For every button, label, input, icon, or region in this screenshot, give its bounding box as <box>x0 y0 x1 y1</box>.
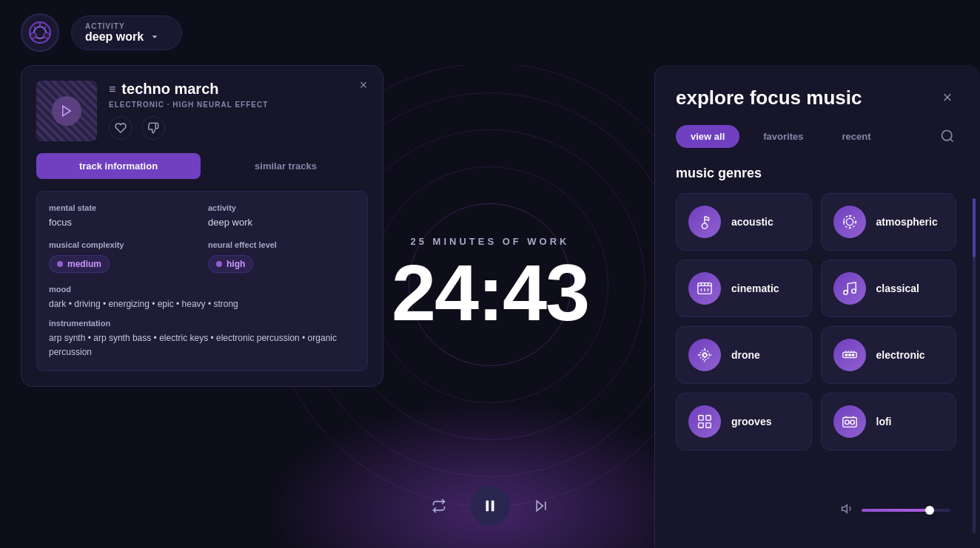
neural-effect-label: neural effect level <box>208 240 355 249</box>
instrumentation-label: instrumentation <box>49 319 355 328</box>
cinematic-icon <box>697 280 713 297</box>
musical-complexity-badge: medium <box>49 255 110 273</box>
svg-rect-27 <box>706 416 711 420</box>
genre-item-cinematic[interactable]: cinematic <box>676 260 812 317</box>
atmospheric-label: atmospheric <box>876 216 938 228</box>
like-button[interactable] <box>109 116 132 140</box>
neural-effect-value: high <box>226 259 245 269</box>
svg-rect-28 <box>699 423 703 427</box>
track-actions <box>109 116 368 140</box>
filter-tab-recent[interactable]: recent <box>827 125 885 148</box>
svg-rect-26 <box>699 416 703 420</box>
classical-label: classical <box>876 283 919 294</box>
skip-next-button[interactable] <box>528 493 554 519</box>
genre-item-classical[interactable]: classical <box>821 260 957 317</box>
svg-rect-4 <box>486 501 489 512</box>
header: ACTIVITY deep work <box>0 0 980 65</box>
genre-item-grooves[interactable]: grooves <box>676 393 812 450</box>
classical-icon <box>842 280 858 297</box>
mental-state-item: mental state focus <box>49 203 196 229</box>
bg-glow <box>268 400 712 548</box>
electronic-label: electronic <box>876 349 925 361</box>
musical-complexity-value: medium <box>67 259 101 269</box>
search-icon <box>940 129 955 143</box>
track-title-row: ≡ techno march <box>109 81 368 98</box>
track-header: ≡ techno march ELECTRONIC · HIGH NEURAL … <box>36 81 368 141</box>
complexity-dot <box>57 261 63 267</box>
genre-item-lofi[interactable]: lofi <box>821 393 957 450</box>
explore-panel: explore focus music × view all favorites… <box>654 65 980 548</box>
mood-section: mood dark • driving • energizing • epic … <box>49 285 355 310</box>
pause-button[interactable] <box>470 486 510 526</box>
svg-rect-5 <box>491 501 494 512</box>
mood-value: dark • driving • energizing • epic • hea… <box>49 299 238 309</box>
lofi-icon-wrap <box>833 405 866 438</box>
volume-section <box>841 502 950 518</box>
acoustic-label: acoustic <box>731 216 773 228</box>
svg-point-13 <box>846 218 853 225</box>
tab-track-information[interactable]: track information <box>36 153 201 179</box>
electronic-icon <box>842 347 858 363</box>
explore-title: explore focus music <box>676 87 862 109</box>
track-artwork <box>36 81 97 141</box>
filter-tab-view-all[interactable]: view all <box>676 125 739 148</box>
svg-point-25 <box>852 354 854 356</box>
lofi-icon <box>842 413 858 430</box>
info-grid: mental state focus activity deep work <box>49 203 355 229</box>
svg-point-23 <box>845 354 848 356</box>
drone-icon-wrap <box>688 339 721 371</box>
activity-item: activity deep work <box>208 203 355 229</box>
activity-dropdown[interactable]: ACTIVITY deep work <box>71 16 182 50</box>
chevron-down-icon <box>150 32 160 42</box>
close-explore-button[interactable]: × <box>936 86 959 109</box>
tab-similar-tracks[interactable]: similar tracks <box>204 153 368 179</box>
genre-item-atmospheric[interactable]: atmospheric <box>821 193 957 251</box>
svg-line-11 <box>950 139 953 142</box>
close-card-button[interactable]: × <box>355 76 372 94</box>
dislike-button[interactable] <box>141 116 165 140</box>
track-art-inner <box>36 81 97 141</box>
explore-header: explore focus music × <box>676 86 959 109</box>
electronic-icon-wrap <box>833 339 866 371</box>
svg-point-17 <box>851 289 856 294</box>
filter-tabs: view all favorites recent <box>676 124 959 148</box>
session-label: 25 MINUTES OF WORK <box>392 236 588 247</box>
svg-point-3 <box>44 33 50 38</box>
svg-point-2 <box>30 33 36 38</box>
svg-point-12 <box>702 223 707 229</box>
classical-icon-wrap <box>833 272 866 305</box>
mental-state-value: focus <box>49 217 72 228</box>
musical-complexity-item: musical complexity medium <box>49 240 196 273</box>
atmospheric-icon <box>842 214 858 230</box>
track-title: techno march <box>121 81 218 98</box>
genre-item-electronic[interactable]: electronic <box>821 326 957 384</box>
mental-state-label: mental state <box>49 203 196 212</box>
filter-tab-favorites[interactable]: favorites <box>748 125 818 148</box>
track-info: ≡ techno march ELECTRONIC · HIGH NEURAL … <box>109 81 368 140</box>
genre-item-drone[interactable]: drone <box>676 326 812 384</box>
card-panel: × ≡ <box>21 65 383 387</box>
grooves-icon <box>697 413 713 430</box>
repeat-button[interactable] <box>426 493 452 519</box>
genre-item-acoustic[interactable]: acoustic <box>676 193 812 251</box>
drone-icon <box>697 347 713 363</box>
acoustic-icon-wrap <box>688 206 721 238</box>
svg-point-14 <box>843 216 856 229</box>
grooves-label: grooves <box>731 416 771 427</box>
volume-knob <box>925 506 934 515</box>
explore-scrollbar-thumb <box>973 198 976 257</box>
drone-label: drone <box>731 349 760 361</box>
complexity-row: musical complexity medium neural effect … <box>49 240 355 273</box>
volume-bar[interactable] <box>862 509 950 512</box>
lofi-label: lofi <box>876 416 892 427</box>
activity-label: ACTIVITY <box>85 22 168 30</box>
neural-effect-dot <box>216 261 222 267</box>
cinematic-icon-wrap <box>688 272 721 305</box>
logo <box>21 13 59 52</box>
mood-label: mood <box>49 285 355 294</box>
svg-point-24 <box>848 354 850 356</box>
instrumentation-section: instrumentation arp synth • arp synth ba… <box>49 319 355 359</box>
activity-info-value: deep work <box>208 217 252 228</box>
search-button[interactable] <box>936 124 959 148</box>
explore-scrollbar <box>973 198 976 533</box>
